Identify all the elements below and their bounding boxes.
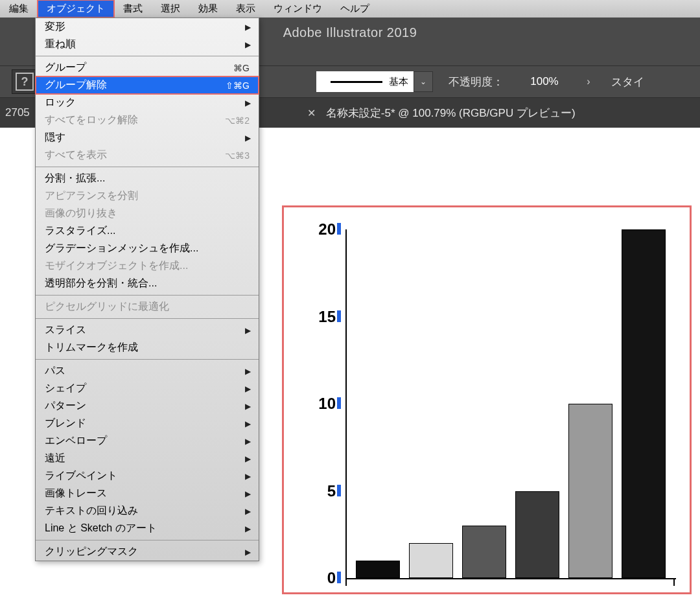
- menu-ウィンドウ[interactable]: ウィンドウ: [264, 0, 331, 17]
- menu-item[interactable]: グループ解除⇧⌘G: [36, 76, 259, 94]
- stroke-dropdown-icon[interactable]: ⌄: [414, 71, 433, 92]
- menu-item: ピクセルグリッドに最適化: [36, 298, 259, 316]
- menu-item-label: テキストの回り込み: [45, 504, 250, 518]
- submenu-arrow-icon: ▶: [245, 99, 251, 108]
- x-axis-line: [345, 578, 676, 579]
- menu-item[interactable]: スライス▶: [36, 321, 259, 339]
- menu-編集[interactable]: 編集: [0, 0, 38, 17]
- menu-item[interactable]: パス▶: [36, 362, 259, 380]
- canvas-selection[interactable]: 05101520: [282, 205, 692, 594]
- menu-item[interactable]: グループ⌘G: [36, 59, 259, 76]
- menu-item-label: Line と Sketch のアート: [45, 522, 250, 535]
- menu-item: 画像の切り抜き: [36, 205, 259, 222]
- menu-item: アピアランスを分割: [36, 187, 259, 205]
- menu-item[interactable]: ラスタライズ...: [36, 222, 259, 240]
- opacity-chevron-icon[interactable]: ›: [580, 71, 597, 92]
- document-tab[interactable]: ✕ 名称未設定-5* @ 100.79% (RGB/GPU プレビュー): [296, 98, 587, 128]
- menu-item-label: 隠す: [45, 131, 250, 145]
- submenu-arrow-icon: ▶: [245, 524, 251, 533]
- menu-item-label: ラスタライズ...: [45, 224, 250, 238]
- submenu-arrow-icon: ▶: [245, 437, 251, 446]
- menu-separator: [36, 167, 259, 167]
- menu-item-label: 透明部分を分割・統合...: [45, 277, 250, 290]
- plot-area: [347, 229, 675, 578]
- menu-item[interactable]: トリムマークを作成: [36, 339, 259, 356]
- menu-item-label: 分割・拡張...: [45, 172, 250, 185]
- stroke-label: 基本: [389, 76, 408, 88]
- menu-item[interactable]: シェイプ▶: [36, 380, 259, 397]
- menu-item-label: クリッピングマスク: [45, 545, 250, 559]
- menu-item[interactable]: 分割・拡張...: [36, 170, 259, 187]
- bar[interactable]: [568, 404, 612, 578]
- submenu-arrow-icon: ▶: [245, 489, 251, 498]
- menu-item-label: 遠近: [45, 452, 250, 465]
- stroke-preview[interactable]: 基本: [316, 71, 414, 92]
- menu-item-label: ブレンド: [45, 417, 250, 430]
- menu-item[interactable]: エンベロープ▶: [36, 432, 259, 450]
- menu-item-label: ライブペイント: [45, 469, 250, 483]
- menu-item[interactable]: ライブペイント▶: [36, 467, 259, 485]
- menu-item[interactable]: 変形▶: [36, 18, 259, 36]
- menu-ヘルプ[interactable]: ヘルプ: [331, 0, 379, 17]
- menu-item-label: グループ: [45, 61, 233, 75]
- menu-item-label: スライス: [45, 323, 250, 337]
- menu-item-label: モザイクオブジェクトを作成...: [45, 259, 250, 273]
- menu-item[interactable]: 隠す▶: [36, 129, 259, 146]
- menu-item-label: すべてを表示: [45, 148, 225, 162]
- menu-item[interactable]: 重ね順▶: [36, 36, 259, 53]
- menu-item: モザイクオブジェクトを作成...: [36, 257, 259, 275]
- menu-item[interactable]: ブレンド▶: [36, 415, 259, 432]
- menu-item[interactable]: テキストの回り込み▶: [36, 502, 259, 520]
- submenu-arrow-icon: ▶: [245, 40, 251, 49]
- menu-書式[interactable]: 書式: [114, 0, 152, 17]
- menu-item-label: ピクセルグリッドに最適化: [45, 300, 250, 314]
- submenu-arrow-icon: ▶: [245, 134, 251, 143]
- stroke-line-icon: [331, 81, 382, 83]
- close-tab-icon[interactable]: ✕: [307, 107, 316, 119]
- help-icon[interactable]: ?: [12, 69, 38, 94]
- menu-item[interactable]: パターン▶: [36, 397, 259, 415]
- stroke-style-selector[interactable]: 基本 ⌄: [316, 71, 433, 92]
- menu-shortcut: ⌥⌘3: [225, 150, 250, 161]
- menu-表示[interactable]: 表示: [227, 0, 264, 17]
- menu-item-label: パターン: [45, 399, 250, 413]
- menu-item-label: トリムマークを作成: [45, 341, 250, 354]
- menu-選択[interactable]: 選択: [152, 0, 189, 17]
- style-label: スタイ: [611, 75, 644, 89]
- menu-item[interactable]: グラデーションメッシュを作成...: [36, 240, 259, 257]
- menu-効果[interactable]: 効果: [189, 0, 227, 17]
- menu-item[interactable]: 透明部分を分割・統合...: [36, 275, 259, 292]
- menu-item[interactable]: クリッピングマスク▶: [36, 543, 259, 561]
- submenu-arrow-icon: ▶: [245, 326, 251, 335]
- menu-item[interactable]: 遠近▶: [36, 450, 259, 467]
- menu-item[interactable]: 画像トレース▶: [36, 485, 259, 502]
- submenu-arrow-icon: ▶: [245, 507, 251, 516]
- menu-item-label: エンベロープ: [45, 434, 250, 448]
- y-tick-label: 20: [310, 220, 341, 238]
- bar[interactable]: [622, 229, 666, 578]
- menu-item-label: 重ね順: [45, 38, 250, 51]
- bar[interactable]: [462, 526, 506, 578]
- menu-オブジェクト[interactable]: オブジェクト: [38, 0, 114, 17]
- x-tick: [673, 578, 675, 586]
- document-tab-label: 名称未設定-5* @ 100.79% (RGB/GPU プレビュー): [326, 106, 576, 121]
- menu-item-label: グループ解除: [45, 78, 226, 92]
- submenu-arrow-icon: ▶: [245, 472, 251, 481]
- menu-item: すべてをロック解除⌥⌘2: [36, 111, 259, 129]
- submenu-arrow-icon: ▶: [245, 419, 251, 428]
- bar[interactable]: [356, 561, 400, 578]
- y-tick-label: 15: [310, 308, 341, 326]
- bar[interactable]: [515, 491, 559, 579]
- submenu-arrow-icon: ▶: [245, 454, 251, 463]
- menu-item-label: グラデーションメッシュを作成...: [45, 242, 250, 255]
- bar[interactable]: [409, 543, 453, 578]
- menu-separator: [36, 318, 259, 319]
- y-tick-label: 5: [310, 482, 341, 500]
- submenu-arrow-icon: ▶: [245, 548, 251, 557]
- menu-item-label: 画像の切り抜き: [45, 207, 250, 220]
- x-tick: [345, 578, 347, 586]
- menu-item[interactable]: ロック▶: [36, 94, 259, 111]
- menu-item[interactable]: Line と Sketch のアート▶: [36, 520, 259, 537]
- opacity-value[interactable]: 100%: [515, 71, 574, 92]
- object-menu-dropdown: 変形▶重ね順▶グループ⌘Gグループ解除⇧⌘Gロック▶すべてをロック解除⌥⌘2隠す…: [35, 17, 259, 561]
